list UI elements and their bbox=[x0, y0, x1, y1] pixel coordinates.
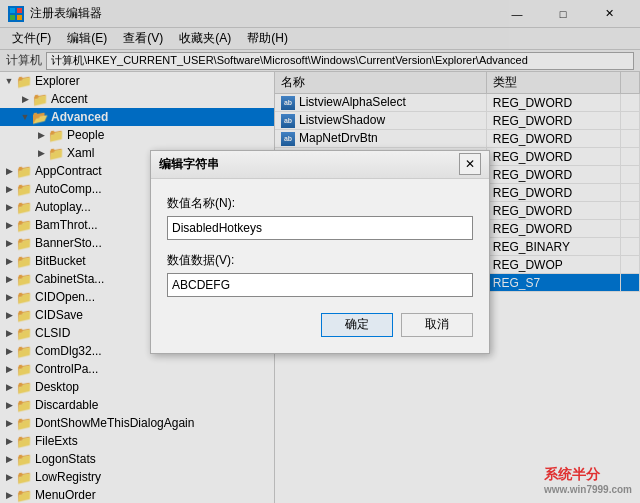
watermark-text: 系统半分 bbox=[544, 466, 632, 484]
dialog-overlay: 编辑字符串 ✕ 数值名称(N): 数值数据(V): 确定 取消 bbox=[0, 0, 640, 503]
dialog-title: 编辑字符串 bbox=[159, 156, 459, 173]
data-field-label: 数值数据(V): bbox=[167, 252, 473, 269]
edit-string-dialog: 编辑字符串 ✕ 数值名称(N): 数值数据(V): 确定 取消 bbox=[150, 150, 490, 354]
name-field-label: 数值名称(N): bbox=[167, 195, 473, 212]
dialog-close-button[interactable]: ✕ bbox=[459, 153, 481, 175]
dialog-body: 数值名称(N): 数值数据(V): 确定 取消 bbox=[151, 179, 489, 353]
data-field-input[interactable] bbox=[167, 273, 473, 297]
ok-button[interactable]: 确定 bbox=[321, 313, 393, 337]
cancel-button[interactable]: 取消 bbox=[401, 313, 473, 337]
watermark-sub: www.win7999.com bbox=[544, 484, 632, 495]
dialog-buttons: 确定 取消 bbox=[167, 309, 473, 337]
watermark: 系统半分 www.win7999.com bbox=[544, 466, 632, 495]
name-field-input[interactable] bbox=[167, 216, 473, 240]
dialog-title-bar: 编辑字符串 ✕ bbox=[151, 151, 489, 179]
